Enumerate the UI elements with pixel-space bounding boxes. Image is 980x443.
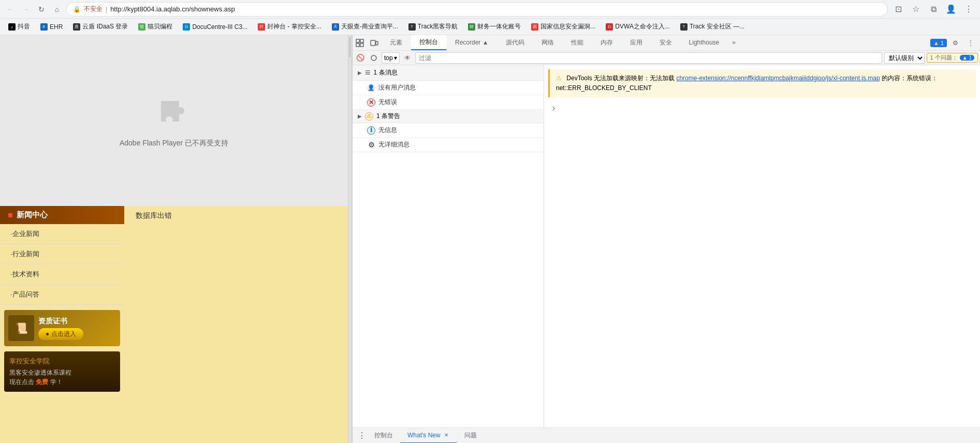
security-label: 不安全 <box>84 5 103 13</box>
news-center-title: 新闻中心 <box>17 210 48 220</box>
bottom-tab-whats-new[interactable]: What's New ✕ <box>400 428 457 444</box>
no-verbose-text: 无详细消息 <box>378 140 409 149</box>
warning-group-arrow: ▶ <box>357 113 363 120</box>
inspect-element-button[interactable] <box>353 36 367 50</box>
tab-application[interactable]: 应用 <box>622 35 651 50</box>
svg-rect-3 <box>360 43 363 47</box>
menu-hangye[interactable]: ·行业新闻 <box>0 244 124 264</box>
issue-badge[interactable]: 1 个问题： ▲ 1 <box>927 53 978 63</box>
no-user-message-text: 没有用户消息 <box>378 83 416 92</box>
bottom-tab-issues[interactable]: 问题 <box>457 428 484 444</box>
whats-new-close-button[interactable]: ✕ <box>443 432 450 439</box>
tab-performance[interactable]: 性能 <box>563 35 592 50</box>
console-toolbar: 🚫 top ▾ 👁 默认级别 1 个问题： ▲ 1 <box>353 51 980 65</box>
bookmark-dvwa[interactable]: D DVWA之命令注入... <box>602 21 674 33</box>
school-desc3: 学！ <box>50 378 63 386</box>
bookmark-douyin[interactable]: ♪ 抖音 <box>4 21 34 33</box>
db-error-text: 数据库出错 <box>129 207 178 224</box>
tab-console[interactable]: 控制台 <box>411 35 447 50</box>
profile-button[interactable]: 👤 <box>944 2 958 17</box>
bookmark-track2[interactable]: T Track 安全社区 —... <box>676 21 749 33</box>
webpage-sidebar: 新闻中心 ·企业新闻 ·行业新闻 ·技术资料 ·产品问答 📜 资质证书 ● 点击… <box>0 206 124 443</box>
error-main-text: DevTools 无法加载来源映射：无法加载 <box>566 75 675 82</box>
db-error-area: 数据库出错 <box>124 206 348 443</box>
bottom-tab-console[interactable]: 控制台 <box>367 428 400 444</box>
issues-counter[interactable]: ▲ 1 <box>930 39 947 47</box>
menu-qiye[interactable]: ·企业新闻 <box>0 224 124 244</box>
menu-button[interactable]: ⋮ <box>961 2 976 17</box>
tab-lighthouse[interactable]: Lighthouse <box>681 35 728 50</box>
error-link[interactable]: chrome-extension://ncennffkjdiamlpmcbajk… <box>676 75 880 82</box>
svg-rect-4 <box>371 40 375 46</box>
no-verbose-item[interactable]: ⚙ 无详细消息 <box>353 138 544 152</box>
no-info-item[interactable]: ℹ 无信息 <box>353 123 544 138</box>
log-level-selector[interactable]: 默认级别 <box>884 52 925 64</box>
reload-button[interactable]: ↻ <box>35 3 48 16</box>
bookmark-docucentre[interactable]: D DocuCentre-III C3... <box>179 22 252 32</box>
url-text: http://kypt8004.ia.aqlab.cn/shownews.asp <box>110 5 881 13</box>
school-banner[interactable]: 掌控安全学院 黑客安全渗透体系课程 现在点击 免费 学！ <box>4 351 120 392</box>
bookmark-guojia[interactable]: 国 国家信息安全漏洞... <box>527 21 599 33</box>
tab-sources[interactable]: 源代码 <box>498 35 533 50</box>
warning-triangle-icon: ⚠ <box>556 75 562 82</box>
bottom-options-button[interactable]: ⋮ <box>357 431 367 441</box>
cert-right: 资质证书 ● 点击进入 <box>38 317 83 340</box>
no-error-text: 无错误 <box>378 98 397 107</box>
context-selector[interactable]: top ▾ <box>382 52 400 64</box>
list-icon: ≡ <box>365 67 371 78</box>
tab-memory[interactable]: 内存 <box>592 35 622 50</box>
live-expressions-button[interactable]: 👁 <box>402 52 413 64</box>
flash-area: Adobe Flash Player 已不再受支持 <box>0 35 348 206</box>
news-bullet <box>8 213 12 217</box>
flash-icon <box>153 93 195 135</box>
menu-jishu[interactable]: ·技术资料 <box>0 264 124 285</box>
back-button[interactable]: ← <box>4 3 17 16</box>
error-expand-arrow[interactable]: › <box>548 101 976 115</box>
address-bar[interactable]: 🔒 不安全 | http://kypt8004.ia.aqlab.cn/show… <box>66 2 888 17</box>
devtools-bottom-bar: ⋮ 控制台 What's New ✕ 问题 <box>353 427 980 443</box>
flash-placeholder: Adobe Flash Player 已不再受支持 <box>120 93 228 148</box>
console-filter-input[interactable] <box>415 52 882 64</box>
no-user-message-item[interactable]: 👤 没有用户消息 <box>353 81 544 95</box>
bookmark-ehr[interactable]: E EHR <box>36 22 67 32</box>
school-free: 免费 <box>36 378 48 386</box>
forward-button[interactable]: → <box>20 3 32 16</box>
console-group-warnings[interactable]: ▶ ⚠ 1 条警告 <box>353 110 544 123</box>
tab-network[interactable]: 网络 <box>533 35 563 50</box>
clear-console-button[interactable]: 🚫 <box>355 52 366 64</box>
browser-frame: ← → ↻ ⌂ 🔒 不安全 | http://kypt8004.ia.aqlab… <box>0 0 980 443</box>
bookmark-caiwu[interactable]: 财 财务一体化账号 <box>464 21 525 33</box>
tab-more[interactable]: » <box>728 35 740 50</box>
console-filter-button[interactable] <box>368 52 379 64</box>
browser-topbar: ← → ↻ ⌂ 🔒 不安全 | http://kypt8004.ia.aqlab… <box>0 0 980 19</box>
home-button[interactable]: ⌂ <box>51 3 63 16</box>
bookmark-maopi[interactable]: 猫 猫贝编程 <box>134 21 177 33</box>
verbose-icon: ⚙ <box>367 141 375 149</box>
bookmark-tianyan[interactable]: 天 天眼查-商业查询平... <box>328 21 402 33</box>
webpage-content: Adobe Flash Player 已不再受支持 新闻中心 ·企业新闻 ·行业… <box>0 35 348 443</box>
tab-security[interactable]: 安全 <box>651 35 681 50</box>
bookmark-fengshen[interactable]: 封 封神台 - 掌控安全... <box>254 21 326 33</box>
menu-chanpin[interactable]: ·产品问答 <box>0 285 124 305</box>
no-error-item[interactable]: ✕ 无错误 <box>353 95 544 110</box>
extensions-button[interactable]: ⧉ <box>926 2 941 17</box>
tab-elements[interactable]: 元素 <box>382 35 411 50</box>
svg-point-6 <box>371 55 376 61</box>
group-expand-arrow: ▶ <box>357 70 363 76</box>
customize-button[interactable]: ⋮ <box>963 36 978 50</box>
cast-button[interactable]: ⊡ <box>891 2 905 17</box>
no-info-text: 无信息 <box>378 126 397 135</box>
console-group-messages[interactable]: ▶ ≡ 1 条消息 <box>353 65 544 81</box>
bookmark-track[interactable]: T Track黑客导航 <box>404 21 462 33</box>
school-desc1: 黑客安全渗透体系课程 <box>9 369 71 376</box>
webpage-lower: 新闻中心 ·企业新闻 ·行业新闻 ·技术资料 ·产品问答 📜 资质证书 ● 点击… <box>0 206 348 443</box>
devtools-resize-handle[interactable] <box>348 35 352 443</box>
console-message-list: ▶ ≡ 1 条消息 👤 没有用户消息 ✕ 无错误 <box>353 65 544 427</box>
bookmark-yundun[interactable]: 盾 云盾 IDaaS 登录 <box>69 21 132 33</box>
cert-enter-button[interactable]: ● 点击进入 <box>38 328 83 340</box>
bookmark-button[interactable]: ☆ <box>909 2 923 17</box>
toggle-device-toolbar-button[interactable] <box>367 36 382 50</box>
tab-recorder[interactable]: Recorder ▲ <box>447 35 498 50</box>
settings-button[interactable]: ⚙ <box>948 36 962 50</box>
news-center-header: 新闻中心 <box>0 206 124 224</box>
